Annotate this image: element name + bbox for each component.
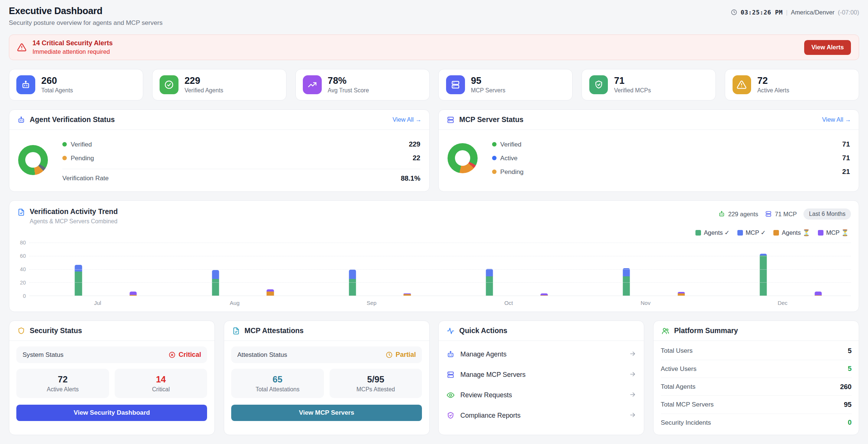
quick-action-compliance-reports[interactable]: Compliance Reports	[446, 405, 637, 426]
quick-action-label: Manage Agents	[461, 351, 624, 358]
legend-row-verified: Verified 229	[62, 138, 420, 151]
legend-swatch	[818, 230, 823, 236]
activity-icon	[446, 327, 455, 335]
partial-status-badge: Partial	[386, 351, 416, 359]
security-status-panel: Security Status System Status Critical 7…	[9, 320, 215, 435]
trend-subtitle: Agents & MCP Servers Combined	[30, 218, 118, 225]
stat-card-active-alerts: 72Active Alerts	[725, 69, 859, 101]
system-status-strip: System Status Critical	[16, 346, 207, 363]
legend-mcp-pending: MCP ⏳	[818, 229, 849, 236]
trending-up-icon	[303, 75, 322, 94]
verification-rate-row: Verification Rate 88.1%	[62, 169, 420, 182]
clock-timezone: America/Denver	[791, 9, 835, 16]
critical-status-badge: Critical	[168, 351, 201, 359]
summary-row-active-users: Active Users5	[661, 360, 852, 378]
stat-value: 71	[614, 76, 651, 86]
legend-text: Agents ✓	[704, 229, 730, 236]
mcp-attestations-panel: MCP Attestations Attestation Status Part…	[224, 320, 430, 435]
legend-swatch	[773, 230, 779, 236]
alert-triangle-icon	[17, 43, 26, 52]
quick-action-manage-agents[interactable]: Manage Agents	[446, 344, 637, 365]
legend-label: Active	[500, 154, 518, 162]
summary-row-security-incidents: Security Incidents0	[661, 414, 852, 431]
stat-value: 72	[20, 374, 106, 385]
summary-label: Total MCP Servers	[661, 401, 714, 408]
stat-label: Total Attestations	[235, 386, 321, 393]
rate-value: 88.1%	[401, 174, 420, 182]
clock-time: 03:25:26 PM	[741, 9, 783, 16]
summary-label: Total Agents	[661, 383, 695, 391]
view-all-agents-link[interactable]: View All →	[393, 116, 422, 123]
legend-value: 71	[842, 154, 850, 162]
bar-chart: 020406080	[9, 241, 859, 298]
legend-swatch	[695, 230, 701, 236]
stat-value: 229	[184, 76, 223, 86]
stat-card-verified-agents: 229Verified Agents	[152, 69, 286, 101]
view-alerts-button[interactable]: View Alerts	[804, 40, 851, 55]
legend-value: 21	[842, 168, 850, 176]
chart-legend: Agents ✓ MCP ✓ Agents ⏳ MCP ⏳	[9, 226, 859, 241]
summary-value: 5	[848, 347, 851, 355]
pending-dot	[62, 156, 67, 160]
server-icon	[765, 210, 772, 217]
robot-icon	[17, 116, 25, 124]
legend-text: MCP ✓	[746, 229, 766, 236]
verified-dot	[492, 142, 497, 147]
summary-value: 5	[848, 365, 851, 373]
legend-text: Agents ⏳	[782, 229, 810, 236]
bar-verified	[75, 265, 82, 296]
panel-title: Security Status	[30, 326, 82, 335]
users-icon	[661, 327, 669, 335]
legend-text: MCP ⏳	[826, 229, 849, 236]
stat-cards-row: 260Total Agents 229Verified Agents 78%Av…	[9, 69, 859, 101]
summary-value: 0	[848, 418, 851, 427]
summary-row-total-users: Total Users5	[661, 342, 852, 360]
alert-triangle-icon	[733, 75, 751, 94]
legend-row-pending: Pending 22	[62, 151, 420, 165]
legend-label: Pending	[500, 168, 524, 176]
check-circle-icon	[160, 75, 178, 94]
stat-value: 5/95	[333, 374, 419, 385]
panel-title: Platform Summary	[674, 326, 738, 335]
agent-verification-donut	[18, 145, 48, 175]
page-subtitle: Security posture overview for agents and…	[9, 19, 163, 27]
stat-value: 78%	[328, 76, 369, 86]
server-icon	[446, 116, 455, 124]
quick-action-label: Compliance Reports	[461, 412, 624, 420]
clock-icon	[731, 9, 737, 16]
stat-label: Active Alerts	[20, 386, 106, 393]
summary-value: 95	[844, 401, 852, 409]
mcp-server-status-panel: MCP Server Status View All → Verified 71…	[438, 109, 859, 191]
stat-value: 65	[235, 374, 321, 385]
alert-banner-subtitle: Immediate attention required	[32, 48, 112, 55]
legend-swatch	[737, 230, 743, 236]
agents-count-badge: 229 agents	[718, 210, 758, 217]
quick-action-manage-mcp-servers[interactable]: Manage MCP Servers	[446, 365, 637, 385]
robot-icon	[718, 210, 725, 217]
attestation-status-strip: Attestation Status Partial	[231, 346, 422, 363]
arrow-right-icon	[629, 369, 636, 380]
stat-label: Verified MCPs	[614, 87, 651, 94]
summary-row-total-mcp-servers: Total MCP Servers95	[661, 396, 852, 414]
quick-action-review-requests[interactable]: Review Requests	[446, 385, 637, 405]
summary-label: Security Incidents	[661, 419, 711, 427]
view-all-mcp-link[interactable]: View All →	[822, 116, 851, 123]
clock-icon	[386, 351, 393, 358]
legend-agents-pending: Agents ⏳	[773, 229, 810, 236]
bar-verified	[212, 270, 219, 296]
summary-row-total-agents: Total Agents260	[661, 378, 852, 396]
alert-banner-title: 14 Critical Security Alerts	[32, 39, 112, 47]
stat-value: 14	[118, 374, 204, 385]
legend-mcp-verified: MCP ✓	[737, 229, 766, 236]
file-check-icon	[232, 327, 240, 335]
quick-actions-panel: Quick Actions Manage Agents Manage MCP S…	[438, 320, 644, 435]
view-mcp-servers-button[interactable]: View MCP Servers	[231, 405, 422, 421]
verified-dot	[62, 142, 67, 147]
summary-value: 260	[840, 383, 852, 391]
clock-widget: 03:25:26 PM | America/Denver (-07:00)	[731, 9, 859, 16]
view-security-dashboard-button[interactable]: View Security Dashboard	[16, 405, 207, 421]
legend-row-active: Active 71	[492, 151, 850, 165]
chart-x-axis-labels: JulAugSepOctNovDec	[9, 298, 859, 311]
chart-plot-area	[29, 243, 851, 296]
strip-label: System Status	[23, 351, 64, 359]
